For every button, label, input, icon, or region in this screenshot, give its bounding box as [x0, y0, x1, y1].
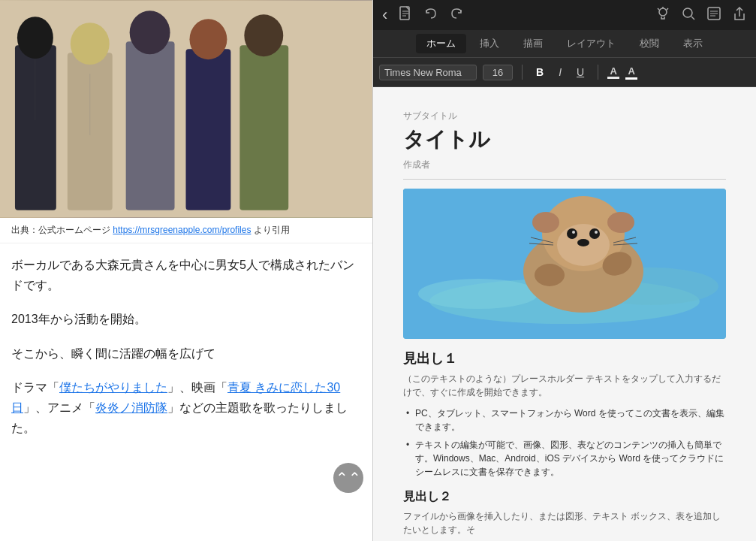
- drama-link[interactable]: 僕たちがやりました: [59, 381, 167, 394]
- doc-paragraph2[interactable]: ファイルから画像を挿入したり、または図形、テキスト ボックス、表を追加したいとし…: [403, 509, 726, 536]
- para4: ドラマ「僕たちがやりました」、映画「青夏 きみに恋した30日」、アニメ「炎炎ノ消…: [11, 377, 361, 439]
- format-separator-2: [598, 65, 598, 80]
- svg-point-8: [189, 19, 227, 59]
- font-highlight-button[interactable]: A: [625, 65, 637, 80]
- left-content: ボーカルである大森元貴さんを中心に男女5人で構成されたバンドです。 2013年か…: [0, 243, 372, 463]
- source-text: 出典：公式ホームページ https://mrsgreenapple.com/pr…: [0, 218, 372, 243]
- toolbar-right-icons: [655, 6, 747, 25]
- underline-button[interactable]: U: [572, 64, 589, 80]
- tab-review[interactable]: 校閲: [629, 34, 670, 53]
- svg-point-40: [607, 212, 634, 233]
- svg-point-35: [589, 228, 600, 239]
- tab-draw[interactable]: 描画: [513, 34, 553, 53]
- svg-rect-7: [186, 49, 231, 210]
- band-image-container: [0, 0, 372, 218]
- svg-point-10: [244, 14, 283, 56]
- redo-icon[interactable]: [449, 6, 464, 25]
- font-color-button[interactable]: A: [607, 66, 619, 79]
- svg-point-6: [130, 11, 170, 54]
- tab-view[interactable]: 表示: [673, 34, 713, 53]
- doc-placeholder[interactable]: （このテキストのような）プレースホルダー テキストをタップして入力するだけで、す…: [403, 372, 726, 399]
- back-icon[interactable]: ‹: [382, 5, 387, 25]
- band-silhouette-svg: [0, 0, 372, 218]
- svg-rect-9: [239, 45, 288, 210]
- doc-heading1[interactable]: 見出し１: [403, 349, 726, 367]
- doc-title[interactable]: タイトル: [403, 125, 726, 154]
- top-toolbar: ‹: [373, 0, 756, 30]
- para2: 2013年から活動を開始。: [11, 309, 361, 329]
- source-link[interactable]: https://mrsgreenapple.com/profiles: [113, 225, 251, 235]
- font-size-input[interactable]: [483, 65, 513, 80]
- italic-button[interactable]: I: [554, 64, 566, 80]
- svg-point-4: [71, 23, 110, 65]
- svg-point-37: [595, 231, 598, 234]
- font-highlight-bar: [625, 77, 637, 80]
- doc-bullet-2[interactable]: テキストの編集が可能で、画像、図形、表などのコンテンツの挿入も簡単です。Wind…: [403, 438, 726, 479]
- share-icon[interactable]: [732, 6, 747, 25]
- doc-heading2[interactable]: 見出し２: [403, 489, 726, 505]
- doc-otter-image: [403, 189, 726, 339]
- undo-icon[interactable]: [423, 6, 438, 25]
- svg-point-41: [535, 264, 565, 286]
- svg-point-2: [17, 17, 53, 59]
- para1: ボーカルである大森元貴さんを中心に男女5人で構成されたバンドです。: [11, 255, 361, 295]
- svg-point-34: [567, 228, 577, 239]
- svg-point-29: [418, 279, 538, 309]
- right-panel: ‹: [373, 0, 756, 541]
- tab-insert[interactable]: 挿入: [469, 34, 510, 53]
- document-area[interactable]: サブタイトル タイトル 作成者: [373, 87, 756, 541]
- svg-line-22: [691, 17, 694, 20]
- doc-subtitle: サブタイトル: [403, 110, 726, 122]
- left-panel: 出典：公式ホームページ https://mrsgreenapple.com/pr…: [0, 0, 373, 541]
- font-name-input[interactable]: [379, 65, 477, 80]
- anime-link[interactable]: 炎炎ノ消防隊: [95, 401, 167, 414]
- svg-rect-5: [126, 41, 175, 210]
- format-toolbar: B I U A A: [373, 57, 756, 87]
- doc-bullet-1[interactable]: PC、タブレット、スマートフォンから Word を使ってこの文書を表示、編集でき…: [403, 407, 726, 434]
- tab-home[interactable]: ホーム: [416, 34, 466, 53]
- doc-author: 作成者: [403, 159, 726, 180]
- tab-layout[interactable]: レイアウト: [556, 34, 626, 53]
- search-icon[interactable]: [681, 6, 696, 25]
- svg-point-36: [572, 231, 575, 234]
- doc-icon[interactable]: [706, 6, 721, 25]
- file-icon[interactable]: [398, 6, 413, 25]
- bulb-icon[interactable]: [655, 6, 670, 25]
- svg-line-20: [667, 8, 668, 10]
- tab-bar: ホーム 挿入 描画 レイアウト 校閲 表示: [373, 30, 756, 57]
- svg-point-38: [577, 239, 589, 246]
- font-color-bar: [607, 77, 619, 79]
- scroll-up-button[interactable]: ⌃⌃: [333, 463, 363, 493]
- svg-point-21: [683, 8, 692, 17]
- svg-point-39: [532, 212, 559, 233]
- band-image: [0, 0, 372, 218]
- svg-line-19: [658, 8, 659, 10]
- para3: そこから、瞬く間に活躍の幅を広げて: [11, 343, 361, 364]
- format-separator-1: [522, 65, 523, 80]
- svg-point-17: [659, 8, 667, 16]
- toolbar-left-icons: ‹: [382, 5, 464, 25]
- bold-button[interactable]: B: [532, 64, 548, 80]
